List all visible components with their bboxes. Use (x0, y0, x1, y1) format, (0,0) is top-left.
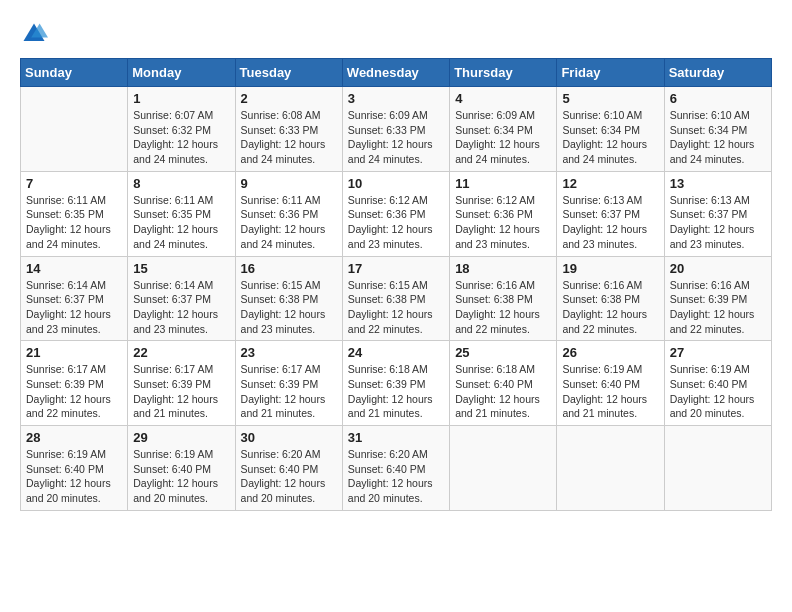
days-of-week-row: SundayMondayTuesdayWednesdayThursdayFrid… (21, 59, 772, 87)
daylight-text: Daylight: 12 hours (562, 222, 658, 237)
sunset-text: Sunset: 6:39 PM (26, 377, 122, 392)
daylight-text: Daylight: 12 hours (670, 137, 766, 152)
daylight-text-cont: and 23 minutes. (133, 322, 229, 337)
day-detail: Sunrise: 6:19 AMSunset: 6:40 PMDaylight:… (670, 362, 766, 421)
calendar-day-cell: 23Sunrise: 6:17 AMSunset: 6:39 PMDayligh… (235, 341, 342, 426)
day-detail: Sunrise: 6:20 AMSunset: 6:40 PMDaylight:… (348, 447, 444, 506)
page-header (20, 20, 772, 48)
day-number: 14 (26, 261, 122, 276)
calendar-day-cell: 16Sunrise: 6:15 AMSunset: 6:38 PMDayligh… (235, 256, 342, 341)
sunrise-text: Sunrise: 6:09 AM (348, 108, 444, 123)
daylight-text: Daylight: 12 hours (133, 222, 229, 237)
daylight-text: Daylight: 12 hours (26, 476, 122, 491)
daylight-text-cont: and 24 minutes. (455, 152, 551, 167)
calendar-day-cell: 5Sunrise: 6:10 AMSunset: 6:34 PMDaylight… (557, 87, 664, 172)
calendar-day-cell: 21Sunrise: 6:17 AMSunset: 6:39 PMDayligh… (21, 341, 128, 426)
sunrise-text: Sunrise: 6:19 AM (26, 447, 122, 462)
sunset-text: Sunset: 6:38 PM (455, 292, 551, 307)
sunrise-text: Sunrise: 6:19 AM (670, 362, 766, 377)
daylight-text: Daylight: 12 hours (241, 392, 337, 407)
day-number: 31 (348, 430, 444, 445)
daylight-text-cont: and 20 minutes. (670, 406, 766, 421)
daylight-text-cont: and 22 minutes. (455, 322, 551, 337)
daylight-text: Daylight: 12 hours (26, 392, 122, 407)
sunrise-text: Sunrise: 6:12 AM (455, 193, 551, 208)
sunset-text: Sunset: 6:40 PM (455, 377, 551, 392)
day-number: 23 (241, 345, 337, 360)
daylight-text-cont: and 21 minutes. (562, 406, 658, 421)
sunset-text: Sunset: 6:36 PM (348, 207, 444, 222)
sunrise-text: Sunrise: 6:19 AM (133, 447, 229, 462)
day-number: 19 (562, 261, 658, 276)
sunset-text: Sunset: 6:34 PM (670, 123, 766, 138)
calendar-day-cell: 2Sunrise: 6:08 AMSunset: 6:33 PMDaylight… (235, 87, 342, 172)
day-detail: Sunrise: 6:17 AMSunset: 6:39 PMDaylight:… (26, 362, 122, 421)
sunset-text: Sunset: 6:34 PM (455, 123, 551, 138)
calendar-day-cell: 1Sunrise: 6:07 AMSunset: 6:32 PMDaylight… (128, 87, 235, 172)
sunrise-text: Sunrise: 6:16 AM (562, 278, 658, 293)
calendar-day-cell: 28Sunrise: 6:19 AMSunset: 6:40 PMDayligh… (21, 426, 128, 511)
daylight-text-cont: and 20 minutes. (348, 491, 444, 506)
sunset-text: Sunset: 6:33 PM (348, 123, 444, 138)
daylight-text: Daylight: 12 hours (133, 137, 229, 152)
day-detail: Sunrise: 6:14 AMSunset: 6:37 PMDaylight:… (133, 278, 229, 337)
daylight-text: Daylight: 12 hours (241, 476, 337, 491)
day-number: 2 (241, 91, 337, 106)
calendar-week-row: 1Sunrise: 6:07 AMSunset: 6:32 PMDaylight… (21, 87, 772, 172)
calendar-day-cell: 12Sunrise: 6:13 AMSunset: 6:37 PMDayligh… (557, 171, 664, 256)
day-detail: Sunrise: 6:19 AMSunset: 6:40 PMDaylight:… (133, 447, 229, 506)
daylight-text-cont: and 24 minutes. (670, 152, 766, 167)
day-number: 26 (562, 345, 658, 360)
sunset-text: Sunset: 6:38 PM (348, 292, 444, 307)
sunset-text: Sunset: 6:40 PM (348, 462, 444, 477)
day-detail: Sunrise: 6:15 AMSunset: 6:38 PMDaylight:… (348, 278, 444, 337)
calendar-day-cell: 20Sunrise: 6:16 AMSunset: 6:39 PMDayligh… (664, 256, 771, 341)
day-of-week-header: Saturday (664, 59, 771, 87)
sunrise-text: Sunrise: 6:13 AM (670, 193, 766, 208)
sunset-text: Sunset: 6:33 PM (241, 123, 337, 138)
day-detail: Sunrise: 6:09 AMSunset: 6:34 PMDaylight:… (455, 108, 551, 167)
calendar-day-cell: 27Sunrise: 6:19 AMSunset: 6:40 PMDayligh… (664, 341, 771, 426)
sunrise-text: Sunrise: 6:10 AM (562, 108, 658, 123)
day-number: 18 (455, 261, 551, 276)
daylight-text: Daylight: 12 hours (455, 137, 551, 152)
daylight-text: Daylight: 12 hours (241, 307, 337, 322)
sunset-text: Sunset: 6:32 PM (133, 123, 229, 138)
day-number: 30 (241, 430, 337, 445)
daylight-text-cont: and 23 minutes. (241, 322, 337, 337)
sunrise-text: Sunrise: 6:17 AM (241, 362, 337, 377)
daylight-text-cont: and 24 minutes. (133, 152, 229, 167)
day-detail: Sunrise: 6:08 AMSunset: 6:33 PMDaylight:… (241, 108, 337, 167)
day-detail: Sunrise: 6:12 AMSunset: 6:36 PMDaylight:… (348, 193, 444, 252)
sunset-text: Sunset: 6:38 PM (562, 292, 658, 307)
sunset-text: Sunset: 6:37 PM (26, 292, 122, 307)
sunrise-text: Sunrise: 6:07 AM (133, 108, 229, 123)
daylight-text-cont: and 21 minutes. (455, 406, 551, 421)
day-of-week-header: Tuesday (235, 59, 342, 87)
sunset-text: Sunset: 6:40 PM (241, 462, 337, 477)
day-of-week-header: Thursday (450, 59, 557, 87)
sunset-text: Sunset: 6:40 PM (670, 377, 766, 392)
calendar-day-cell: 14Sunrise: 6:14 AMSunset: 6:37 PMDayligh… (21, 256, 128, 341)
day-number: 12 (562, 176, 658, 191)
sunset-text: Sunset: 6:36 PM (241, 207, 337, 222)
daylight-text: Daylight: 12 hours (348, 222, 444, 237)
calendar-day-cell (664, 426, 771, 511)
daylight-text: Daylight: 12 hours (562, 137, 658, 152)
day-of-week-header: Sunday (21, 59, 128, 87)
sunrise-text: Sunrise: 6:09 AM (455, 108, 551, 123)
daylight-text: Daylight: 12 hours (670, 222, 766, 237)
daylight-text-cont: and 24 minutes. (241, 237, 337, 252)
calendar-body: 1Sunrise: 6:07 AMSunset: 6:32 PMDaylight… (21, 87, 772, 511)
day-detail: Sunrise: 6:11 AMSunset: 6:36 PMDaylight:… (241, 193, 337, 252)
calendar-day-cell: 19Sunrise: 6:16 AMSunset: 6:38 PMDayligh… (557, 256, 664, 341)
day-detail: Sunrise: 6:17 AMSunset: 6:39 PMDaylight:… (133, 362, 229, 421)
sunrise-text: Sunrise: 6:16 AM (670, 278, 766, 293)
daylight-text-cont: and 23 minutes. (670, 237, 766, 252)
daylight-text: Daylight: 12 hours (348, 476, 444, 491)
calendar-day-cell: 3Sunrise: 6:09 AMSunset: 6:33 PMDaylight… (342, 87, 449, 172)
daylight-text: Daylight: 12 hours (348, 392, 444, 407)
logo (20, 20, 52, 48)
day-detail: Sunrise: 6:16 AMSunset: 6:38 PMDaylight:… (562, 278, 658, 337)
daylight-text: Daylight: 12 hours (562, 392, 658, 407)
